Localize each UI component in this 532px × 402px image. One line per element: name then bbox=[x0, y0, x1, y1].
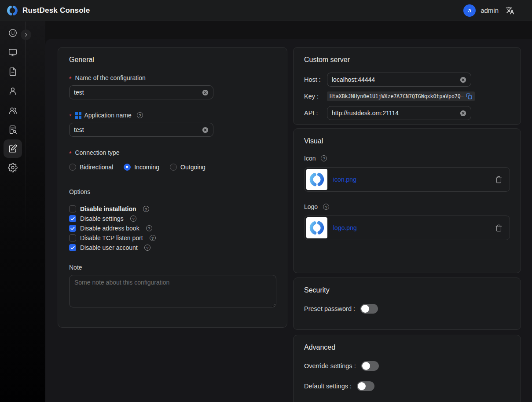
help-icon[interactable]: ? bbox=[144, 245, 150, 251]
override-settings-toggle[interactable] bbox=[361, 361, 379, 371]
preset-password-label: Preset password : bbox=[304, 305, 355, 312]
user-group-icon bbox=[8, 106, 18, 115]
note-textarea[interactable] bbox=[69, 275, 276, 307]
radio-icon[interactable] bbox=[124, 164, 131, 171]
sidebar-item-audit[interactable] bbox=[3, 120, 22, 139]
clear-icon[interactable] bbox=[460, 77, 466, 83]
sidebar-item-welcome[interactable] bbox=[3, 23, 22, 43]
sidebar-item-devices[interactable] bbox=[3, 43, 22, 62]
logo-file-link[interactable]: logo.png bbox=[333, 224, 357, 231]
checkbox-icon[interactable] bbox=[69, 244, 76, 251]
avatar[interactable]: a bbox=[463, 4, 476, 17]
clear-icon[interactable] bbox=[460, 110, 466, 117]
user-menu[interactable]: a admin bbox=[463, 4, 499, 17]
user-icon bbox=[8, 86, 18, 96]
required-marker: * bbox=[69, 150, 71, 157]
sidebar-item-logs[interactable] bbox=[3, 62, 22, 81]
host-row: Host : bbox=[304, 73, 510, 87]
logo-thumbnail bbox=[306, 217, 327, 238]
host-input[interactable] bbox=[332, 76, 460, 83]
sidebar bbox=[0, 23, 26, 177]
default-settings-label: Default settings : bbox=[304, 383, 352, 390]
clear-icon[interactable] bbox=[202, 127, 209, 133]
security-title: Security bbox=[304, 286, 510, 294]
api-input[interactable] bbox=[332, 110, 460, 117]
help-icon[interactable]: ? bbox=[137, 112, 143, 118]
rustdesk-logo-icon bbox=[6, 4, 18, 17]
key-label: Key : bbox=[304, 93, 327, 100]
document-icon bbox=[8, 67, 18, 77]
general-title: General bbox=[69, 56, 276, 64]
option-disable-tcp-listen-port[interactable]: Disable TCP listen port ? bbox=[69, 233, 276, 243]
help-icon[interactable]: ? bbox=[323, 204, 329, 210]
required-marker: * bbox=[69, 113, 71, 120]
preset-password-toggle[interactable] bbox=[360, 304, 378, 314]
general-card: General * Name of the configuration * Ap… bbox=[58, 47, 287, 328]
sidebar-item-groups[interactable] bbox=[3, 101, 22, 120]
sidebar-item-custom-clients[interactable] bbox=[4, 139, 22, 158]
trash-icon[interactable] bbox=[495, 224, 503, 232]
connection-type-group: Bidirectional Incoming Outgoing bbox=[69, 164, 276, 171]
help-icon[interactable]: ? bbox=[146, 225, 152, 231]
sidebar-item-settings[interactable] bbox=[3, 158, 22, 177]
radio-outgoing[interactable]: Outgoing bbox=[170, 164, 205, 171]
override-settings-label: Override settings : bbox=[304, 362, 356, 369]
monitor-icon bbox=[8, 48, 18, 57]
options-label: Options bbox=[69, 188, 276, 195]
config-name-input[interactable] bbox=[74, 89, 202, 96]
default-settings-toggle[interactable] bbox=[357, 381, 374, 391]
help-icon[interactable]: ? bbox=[321, 155, 327, 161]
api-field bbox=[327, 106, 471, 120]
help-icon[interactable]: ? bbox=[143, 206, 149, 212]
sidebar-item-users[interactable] bbox=[3, 81, 22, 101]
option-disable-user-account[interactable]: Disable user account ? bbox=[69, 243, 276, 252]
radio-icon[interactable] bbox=[69, 164, 76, 171]
top-bar: RustDesk Console a admin bbox=[0, 0, 532, 21]
checkbox-icon[interactable] bbox=[69, 225, 76, 232]
key-row: Key : HtaXBkJNHyn0e1U1jWXze7A7CN7QTGWqxk… bbox=[304, 91, 510, 101]
rustdesk-logo-icon bbox=[308, 219, 325, 236]
windows-icon bbox=[75, 112, 81, 119]
copy-icon[interactable] bbox=[466, 93, 472, 99]
checkbox-icon[interactable] bbox=[69, 215, 76, 222]
brand: RustDesk Console bbox=[6, 4, 90, 17]
chevron-right-icon bbox=[23, 32, 29, 37]
radio-icon[interactable] bbox=[170, 164, 177, 171]
help-icon[interactable]: ? bbox=[150, 235, 156, 241]
user-name: admin bbox=[481, 7, 499, 14]
help-icon[interactable]: ? bbox=[130, 216, 136, 222]
config-name-label: * Name of the configuration bbox=[69, 74, 276, 81]
app-title: RustDesk Console bbox=[22, 6, 90, 15]
app-name-input[interactable] bbox=[74, 126, 202, 133]
advanced-title: Advanced bbox=[304, 344, 510, 351]
key-value: HtaXBkJNHyn0e1U1jWXze7A7CN7QTGWqxkOtpaVp… bbox=[330, 93, 464, 99]
visual-title: Visual bbox=[304, 137, 510, 145]
visual-card: Visual Icon ? icon.png Logo ? bbox=[293, 128, 521, 273]
clear-icon[interactable] bbox=[202, 89, 209, 96]
note-label: Note bbox=[69, 264, 276, 271]
sidebar-expand-button[interactable] bbox=[21, 29, 31, 40]
api-row: API : bbox=[304, 106, 510, 120]
option-disable-address-book[interactable]: Disable address book ? bbox=[69, 223, 276, 233]
checkbox-icon[interactable] bbox=[69, 234, 76, 241]
radio-incoming[interactable]: Incoming bbox=[124, 164, 159, 171]
document-search-icon bbox=[8, 125, 18, 135]
config-name-field bbox=[69, 85, 213, 99]
option-disable-settings[interactable]: Disable settings ? bbox=[69, 214, 276, 223]
advanced-card: Advanced Override settings : Default set… bbox=[293, 335, 521, 402]
logo-upload-row: logo.png bbox=[304, 216, 510, 240]
connection-type-label: * Connection type bbox=[69, 149, 276, 156]
preset-password-row: Preset password : bbox=[304, 304, 510, 314]
rustdesk-logo-icon bbox=[308, 171, 325, 188]
logo-label: Logo ? bbox=[304, 203, 510, 210]
checkbox-icon[interactable] bbox=[69, 205, 76, 212]
option-disable-installation[interactable]: Disable installation ? bbox=[69, 204, 276, 214]
trash-icon[interactable] bbox=[495, 176, 503, 183]
translate-icon[interactable] bbox=[506, 6, 514, 15]
custom-server-card: Custom server Host : Key : HtaXBkJNHyn0e… bbox=[293, 47, 521, 125]
icon-upload-row: icon.png bbox=[304, 167, 510, 192]
default-settings-row: Default settings : bbox=[304, 381, 510, 391]
gear-icon bbox=[8, 163, 18, 172]
radio-bidirectional[interactable]: Bidirectional bbox=[69, 164, 113, 171]
icon-file-link[interactable]: icon.png bbox=[333, 176, 356, 183]
